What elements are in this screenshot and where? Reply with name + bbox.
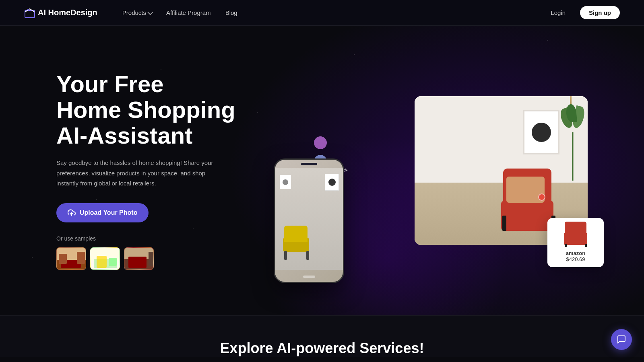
nav-affiliate[interactable]: Affiliate Program — [161, 6, 217, 19]
phone-wall-art — [325, 174, 339, 191]
navbar: AI HomeDesign Products Affiliate Program… — [0, 0, 644, 26]
phone-notch — [301, 163, 317, 165]
phone-screen — [275, 160, 343, 282]
hero-description: Say goodbye to the hassles of home shopp… — [56, 158, 225, 189]
plant — [561, 104, 584, 181]
hero-content: Your Free Home Shopping AI-Assistant Say… — [0, 70, 644, 271]
nav-links: Products Affiliate Program Blog — [117, 6, 243, 19]
chat-button[interactable] — [611, 329, 632, 350]
sample-thumb-1[interactable] — [56, 247, 86, 270]
hero-title: Your Free Home Shopping AI-Assistant — [56, 71, 258, 148]
art-content — [524, 111, 558, 153]
yellow-chair — [281, 226, 313, 260]
nav-left: AI HomeDesign Products Affiliate Program… — [24, 6, 243, 19]
phone-small-art — [280, 175, 291, 189]
sample-thumb-2[interactable] — [90, 247, 120, 270]
svg-rect-12 — [109, 258, 117, 266]
product-price: $420.69 — [552, 256, 599, 262]
nav-blog[interactable]: Blog — [220, 6, 243, 19]
logo[interactable]: AI HomeDesign — [24, 7, 97, 19]
explore-section: Explore AI-powered Services! — [0, 315, 644, 357]
hero-left: Your Free Home Shopping AI-Assistant Say… — [56, 71, 258, 270]
wall-art — [523, 110, 559, 154]
upload-photo-button[interactable]: Upload Your Photo — [56, 203, 149, 222]
svg-rect-6 — [59, 254, 67, 264]
svg-rect-11 — [97, 256, 107, 268]
phone-room — [275, 168, 343, 270]
svg-rect-15 — [128, 257, 147, 268]
phone-mockup — [274, 158, 344, 283]
product-image — [561, 223, 591, 247]
swatch-purple[interactable] — [314, 136, 327, 149]
logo-text: AI HomeDesign — [38, 8, 97, 17]
nav-products[interactable]: Products — [117, 6, 157, 19]
svg-point-1 — [27, 9, 29, 10]
signup-button[interactable]: Sign up — [580, 6, 620, 19]
product-card: amazon $420.69 — [547, 218, 604, 267]
samples-label: Or use samples — [56, 235, 258, 242]
sample-thumb-3[interactable] — [124, 247, 154, 270]
nav-right: Login Sign up — [543, 6, 620, 19]
svg-rect-16 — [149, 252, 153, 266]
sample-images — [56, 247, 258, 270]
upload-icon — [68, 209, 76, 217]
svg-rect-7 — [77, 252, 85, 264]
product-brand: amazon — [552, 250, 599, 256]
explore-title: Explore AI-powered Services! — [0, 340, 644, 357]
products-chevron-icon — [147, 9, 153, 15]
hero-section: Your Free Home Shopping AI-Assistant Say… — [0, 26, 644, 315]
hero-visualization: amazon $420.69 — [290, 70, 588, 271]
chat-icon — [617, 335, 626, 344]
target-indicator — [538, 193, 545, 201]
phone-home-button — [303, 276, 315, 278]
logo-icon — [24, 7, 35, 19]
login-button[interactable]: Login — [543, 6, 574, 19]
